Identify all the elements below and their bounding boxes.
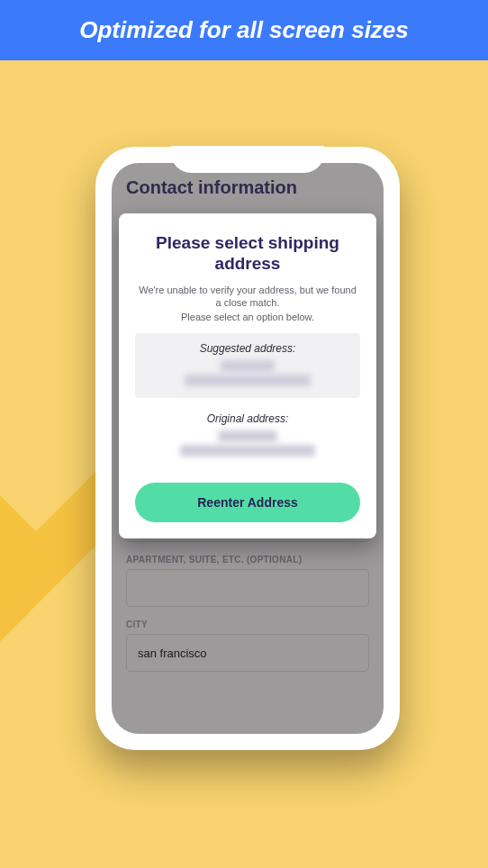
phone-frame: Contact information APARTMENT, SUITE, ET…: [95, 147, 400, 750]
redacted-text: [185, 375, 311, 386]
redacted-text: [221, 360, 275, 372]
original-address-label: Original address:: [142, 412, 353, 425]
suggested-address-label: Suggested address:: [142, 342, 353, 355]
redacted-text: [218, 430, 277, 442]
promo-banner-text: Optimized for all screen sizes: [79, 16, 409, 43]
reenter-address-button[interactable]: Reenter Address: [135, 483, 360, 522]
phone-screen: Contact information APARTMENT, SUITE, ET…: [112, 163, 384, 734]
page-title: Contact information: [126, 177, 369, 198]
app-area: Contact information APARTMENT, SUITE, ET…: [0, 60, 488, 868]
city-label: CITY: [126, 619, 369, 629]
address-verification-modal: Please select shipping address We're una…: [119, 213, 376, 538]
modal-title: Please select shipping address: [135, 233, 360, 275]
modal-subtitle-1: We're unable to verify your address, but…: [135, 284, 360, 311]
apartment-input[interactable]: [126, 569, 369, 607]
suggested-address-option[interactable]: Suggested address:: [135, 333, 360, 398]
modal-subtitle-2: Please select an option below.: [135, 312, 360, 322]
reenter-address-button-label: Reenter Address: [197, 495, 298, 510]
original-address-option[interactable]: Original address:: [135, 403, 360, 468]
promo-banner: Optimized for all screen sizes: [0, 0, 488, 60]
apartment-label: APARTMENT, SUITE, ETC. (OPTIONAL): [126, 555, 369, 565]
phone-notch: [171, 146, 324, 173]
city-input[interactable]: [126, 634, 369, 672]
redacted-text: [180, 445, 315, 457]
